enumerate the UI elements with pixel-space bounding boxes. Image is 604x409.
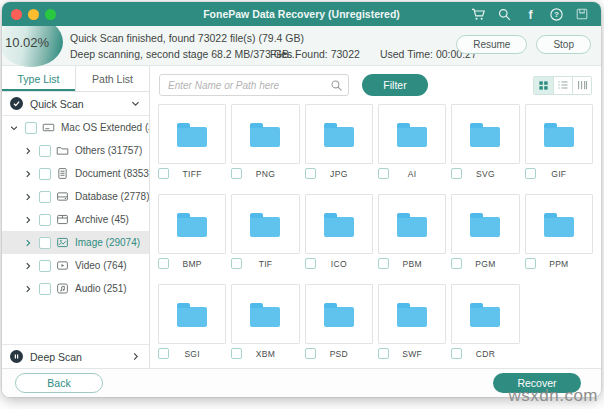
folder-card[interactable] xyxy=(451,284,519,344)
chevron-right-icon[interactable] xyxy=(23,146,34,156)
folder-label-row: PPM xyxy=(525,258,593,269)
chevron-right-icon[interactable] xyxy=(130,351,141,362)
tree-item[interactable]: Video (764) xyxy=(2,254,149,277)
tree-item-checkbox[interactable] xyxy=(39,145,51,157)
cart-icon[interactable] xyxy=(471,7,486,22)
tree-item[interactable]: Mac OS Extended (Journaled) xyxy=(2,116,149,139)
folder-card[interactable] xyxy=(525,194,593,254)
facebook-icon[interactable]: f xyxy=(523,7,538,22)
folder-grid: TIFFPNGJPGAISVGGIFBMPTIFICOPBMPGMPPMSGIX… xyxy=(150,100,601,368)
folder-card[interactable] xyxy=(525,104,593,164)
chevron-right-icon[interactable] xyxy=(23,169,34,179)
folder-checkbox[interactable] xyxy=(525,258,536,269)
folder-card[interactable] xyxy=(451,104,519,164)
tree-item-checkbox[interactable] xyxy=(39,260,51,272)
traffic-lights xyxy=(11,9,56,20)
folder-card[interactable] xyxy=(451,194,519,254)
folder-label: PPM xyxy=(536,259,582,269)
tree-item[interactable]: Document (8353) xyxy=(2,162,149,185)
tree-item[interactable]: Database (2778) xyxy=(2,185,149,208)
folder-checkbox[interactable] xyxy=(305,258,316,269)
tree-item[interactable]: Archive (45) xyxy=(2,208,149,231)
close-window-button[interactable] xyxy=(11,9,22,20)
folder-checkbox[interactable] xyxy=(451,168,462,179)
folder-card[interactable] xyxy=(305,104,373,164)
quick-scan-check-icon xyxy=(10,97,23,110)
folder-checkbox[interactable] xyxy=(231,168,242,179)
deep-scan-row[interactable]: Deep Scan xyxy=(2,344,149,368)
tree-item-checkbox[interactable] xyxy=(39,283,51,295)
minimize-window-button[interactable] xyxy=(28,9,39,20)
folder-checkbox[interactable] xyxy=(158,348,169,359)
folder-checkbox[interactable] xyxy=(305,348,316,359)
folder-checkbox[interactable] xyxy=(158,258,169,269)
folder-label-row: CDR xyxy=(451,348,519,359)
search-input[interactable] xyxy=(159,74,349,96)
folder-card[interactable] xyxy=(305,284,373,344)
folder-card[interactable] xyxy=(158,194,226,254)
scan-status-line2: Deep scanning, second stage 68.2 MB/373 … xyxy=(70,48,298,60)
list-view-icon[interactable] xyxy=(553,77,572,94)
folder-checkbox[interactable] xyxy=(158,168,169,179)
tree-item-checkbox[interactable] xyxy=(39,214,51,226)
chevron-right-icon[interactable] xyxy=(23,192,34,202)
file-type-tree: Mac OS Extended (Journaled)Others (31757… xyxy=(2,116,149,300)
folder-card[interactable] xyxy=(378,194,446,254)
chevron-right-icon[interactable] xyxy=(23,261,34,271)
chevron-right-icon[interactable] xyxy=(23,238,34,248)
folder-card[interactable] xyxy=(158,104,226,164)
folder-icon xyxy=(544,127,574,147)
folder-checkbox[interactable] xyxy=(231,348,242,359)
tree-item-checkbox[interactable] xyxy=(39,237,51,249)
save-icon[interactable] xyxy=(575,7,589,21)
grid-view-icon[interactable] xyxy=(534,77,553,94)
help-icon[interactable]: ? xyxy=(549,7,564,22)
filter-button[interactable]: Filter xyxy=(362,74,428,96)
folder-checkbox[interactable] xyxy=(378,348,389,359)
folder-card[interactable] xyxy=(378,104,446,164)
tree-item-checkbox[interactable] xyxy=(25,122,37,134)
folder-cell: SGI xyxy=(158,284,226,368)
quick-scan-row[interactable]: Quick Scan xyxy=(2,92,149,116)
folder-label: CDR xyxy=(462,349,508,359)
folder-cell: TIFF xyxy=(158,104,226,188)
chevron-right-icon[interactable] xyxy=(23,215,34,225)
chevron-right-icon[interactable] xyxy=(23,284,34,294)
tree-item[interactable]: Others (31757) xyxy=(2,139,149,162)
stop-button[interactable]: Stop xyxy=(536,35,591,54)
folder-checkbox[interactable] xyxy=(378,168,389,179)
folder-icon xyxy=(324,307,354,327)
folder-card[interactable] xyxy=(231,104,299,164)
folder-label-row: PGM xyxy=(451,258,519,269)
folder-card[interactable] xyxy=(305,194,373,254)
folder-checkbox[interactable] xyxy=(451,348,462,359)
folder-checkbox[interactable] xyxy=(231,258,242,269)
tree-item-label: Document (8353) xyxy=(75,168,149,179)
tab-type-list[interactable]: Type List xyxy=(2,66,76,91)
tree-item[interactable]: Audio (251) xyxy=(2,277,149,300)
resume-button[interactable]: Resume xyxy=(456,35,527,54)
folder-checkbox[interactable] xyxy=(525,168,536,179)
folder-checkbox[interactable] xyxy=(305,168,316,179)
tab-path-list[interactable]: Path List xyxy=(76,66,149,91)
folder-card[interactable] xyxy=(231,194,299,254)
zoom-window-button[interactable] xyxy=(45,9,56,20)
chevron-down-icon[interactable] xyxy=(130,98,141,109)
column-view-icon[interactable] xyxy=(572,77,591,94)
folder-card[interactable] xyxy=(158,284,226,344)
archive-icon xyxy=(56,213,70,226)
folder-label-row: SGI xyxy=(158,348,226,359)
folder-card[interactable] xyxy=(378,284,446,344)
tree-item-checkbox[interactable] xyxy=(39,191,51,203)
folder-card[interactable] xyxy=(231,284,299,344)
tree-item-checkbox[interactable] xyxy=(39,168,51,180)
magnifier-icon[interactable] xyxy=(497,7,512,22)
folder-checkbox[interactable] xyxy=(451,258,462,269)
folder-icon xyxy=(397,127,427,147)
chevron-down-icon[interactable] xyxy=(9,123,20,133)
folder-checkbox[interactable] xyxy=(378,258,389,269)
tree-item[interactable]: Image (29074) xyxy=(2,231,149,254)
back-button[interactable]: Back xyxy=(15,373,103,393)
deep-scan-label: Deep Scan xyxy=(30,351,82,363)
folder-label-row: PSD xyxy=(305,348,373,359)
